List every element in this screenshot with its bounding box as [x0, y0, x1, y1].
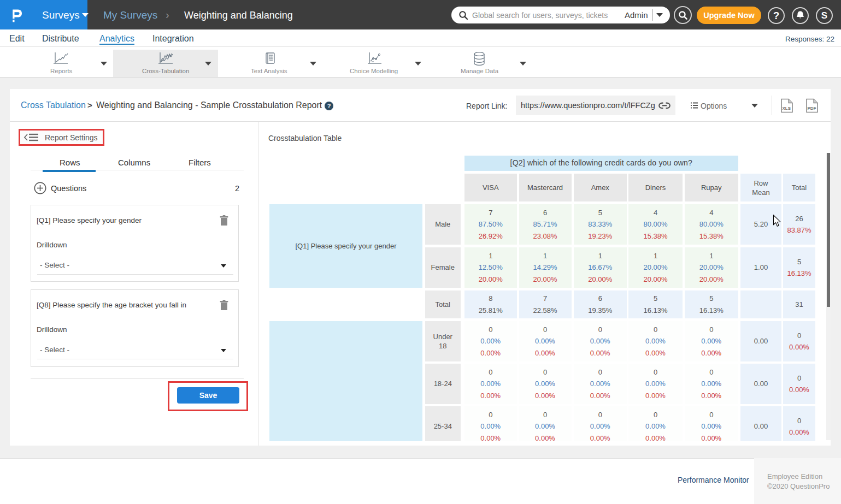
svg-text:PDF: PDF [808, 106, 816, 111]
svg-text:XLS: XLS [783, 106, 791, 111]
